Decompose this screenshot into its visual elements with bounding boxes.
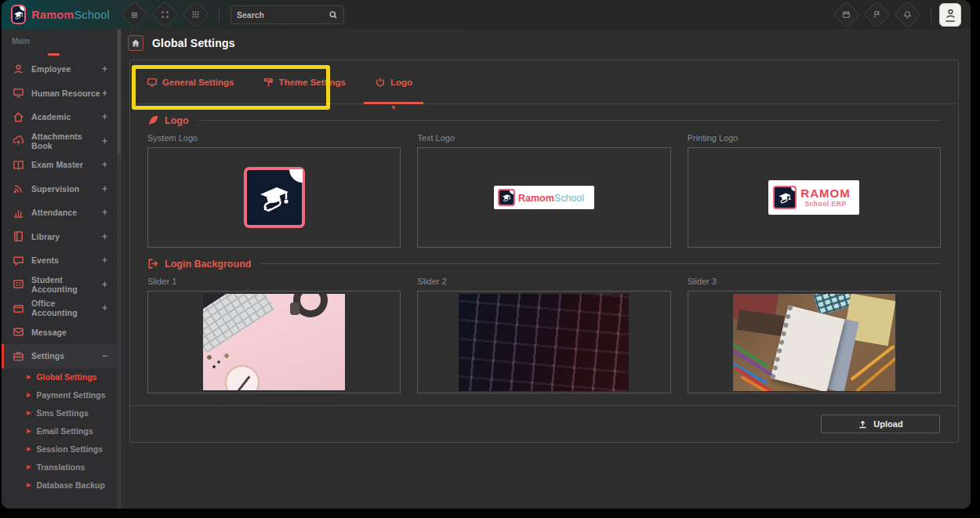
wallet-icon — [13, 302, 24, 314]
settings-panel: General Settings Theme Settings Logo ▼ L… — [129, 60, 959, 443]
sidebar-item-employee[interactable]: Employee+ — [2, 57, 117, 82]
envelope-icon — [13, 326, 24, 338]
user-avatar-button[interactable] — [939, 3, 961, 27]
sign-out-icon — [147, 258, 159, 270]
text-logo-field: Text Logo RamomSchool — [417, 133, 670, 248]
printing-logo-card[interactable]: RAMOMSchool ERP — [688, 147, 941, 248]
sidebar-section-label: Main — [2, 29, 117, 49]
sidebar-subitem-database-backup[interactable]: ▶Database Backup — [2, 476, 117, 494]
briefcase-icon — [13, 350, 24, 362]
fullscreen-button[interactable] — [151, 1, 179, 28]
upload-button[interactable]: Upload — [821, 415, 940, 433]
slider2-field: Slider 2 — [417, 277, 670, 393]
caret-right-icon: ▶ — [27, 446, 31, 452]
rss-icon — [13, 183, 24, 194]
fullscreen-icon — [161, 10, 169, 19]
graduation-cap-icon — [498, 189, 515, 206]
page-title: Global Settings — [152, 37, 235, 49]
panel-footer: Upload — [130, 405, 958, 442]
sidebar-toggle-button[interactable] — [121, 1, 148, 28]
laptop-shape — [203, 294, 276, 354]
sidebar-item-office-accounting[interactable]: Office Accounting+ — [2, 296, 117, 321]
sidebar-subitem-translations[interactable]: ▶Translations — [2, 458, 117, 476]
book-icon — [13, 230, 24, 242]
avatar-caption — [946, 20, 955, 22]
desk-items-shape — [205, 353, 231, 370]
tab-logo[interactable]: Logo ▼ — [375, 60, 412, 103]
upload-icon — [858, 419, 868, 429]
printing-logo-field: Printing Logo RAMOMSchool ERP — [688, 133, 941, 248]
cloud-upload-icon — [13, 135, 24, 147]
caret-right-icon: ▶ — [27, 392, 31, 398]
sidebar-subitem-sms-settings[interactable]: ▶Sms Settings — [2, 404, 117, 422]
headphones-shape — [293, 294, 328, 317]
paint-roller-icon — [263, 77, 274, 88]
global-search — [230, 5, 344, 24]
sidebar-item-attendance[interactable]: Attendance+ — [2, 201, 117, 225]
slider1-image — [203, 294, 345, 390]
caret-right-icon: ▶ — [27, 428, 31, 434]
slider3-field: Slider 3 — [688, 277, 941, 393]
notifications-button[interactable] — [894, 1, 921, 28]
active-tab-caret: ▼ — [390, 104, 397, 111]
chat-bubble-icon — [13, 255, 24, 266]
sidebar-subitem-global-settings[interactable]: ▶Global Settings — [2, 368, 117, 386]
search-icon[interactable] — [328, 10, 338, 20]
sidebar-subitem-payment-settings[interactable]: ▶Payment Settings — [2, 386, 117, 404]
brand-name: RamomSchool — [31, 9, 110, 21]
sidebar-subitem-email-settings[interactable]: ▶Email Settings — [2, 422, 117, 440]
printing-logo-image: RAMOMSchool ERP — [768, 180, 859, 215]
power-icon — [375, 77, 386, 88]
sidebar-item-settings[interactable]: Settings− — [2, 344, 117, 368]
top-header-bar: RamomSchool — [2, 0, 971, 29]
sidebar-item-message[interactable]: Message — [2, 321, 117, 345]
slider2-card[interactable] — [417, 291, 670, 393]
graduation-cap-icon — [11, 5, 26, 24]
slider-cards: Slider 1 Slider 2 — [147, 277, 941, 393]
calendar-button[interactable] — [833, 1, 860, 28]
section-rule — [260, 263, 941, 264]
app-window: RamomSchool — [2, 0, 971, 509]
sidebar-item-academic[interactable]: Academic+ — [2, 105, 117, 129]
apps-grid-button[interactable] — [182, 1, 209, 28]
sidebar-item-human-resource[interactable]: Human Resource+ — [2, 82, 117, 106]
slider3-card[interactable] — [688, 291, 941, 393]
sidebar-item-events[interactable]: Events+ — [2, 248, 117, 273]
search-input[interactable] — [237, 10, 328, 20]
scrollbar-thumb[interactable] — [118, 29, 121, 154]
sidebar-item-exam-master[interactable]: Exam Master+ — [2, 153, 117, 177]
logo-section: Logo System Logo Text Lo — [130, 104, 958, 248]
slider3-image — [733, 294, 895, 391]
brand-logo[interactable]: RamomSchool — [2, 5, 119, 24]
tab-theme-settings[interactable]: Theme Settings — [263, 60, 346, 103]
card-grid-icon — [13, 278, 24, 290]
sidebar-item-library[interactable]: Library+ — [2, 225, 117, 249]
text-logo-card[interactable]: RamomSchool — [417, 147, 670, 248]
tabs-bar: General Settings Theme Settings Logo ▼ — [130, 60, 958, 104]
monitor-icon — [13, 87, 24, 99]
monitor-icon — [147, 77, 158, 88]
graduation-cap-icon — [773, 186, 797, 209]
header-divider — [931, 8, 931, 22]
user-icon — [945, 8, 956, 20]
quill-icon — [147, 114, 159, 126]
book-shape — [736, 310, 784, 336]
text-logo-image: RamomSchool — [494, 186, 594, 209]
caret-right-icon: ▶ — [27, 410, 31, 416]
slider1-field: Slider 1 — [147, 277, 401, 393]
sidebar-subitem-session-settings[interactable]: ▶Session Settings — [2, 440, 117, 458]
system-logo-card[interactable] — [147, 147, 401, 248]
page-title-bar: Global Settings — [122, 29, 971, 57]
hamburger-menu-icon — [130, 10, 140, 20]
home-icon — [13, 111, 24, 123]
sidebar-item-attachments-book[interactable]: Attachments Book+ — [2, 129, 117, 154]
slider1-card[interactable] — [147, 291, 401, 393]
sidebar-item-student-accounting[interactable]: Student Accounting+ — [2, 273, 117, 297]
home-icon[interactable] — [128, 35, 143, 51]
bell-icon — [903, 10, 912, 19]
header-actions — [831, 3, 971, 27]
language-flag-button[interactable] — [863, 1, 891, 28]
slider2-image — [459, 294, 629, 391]
sidebar-item-supervision[interactable]: Supervision+ — [2, 177, 117, 201]
tab-general-settings[interactable]: General Settings — [147, 60, 234, 103]
